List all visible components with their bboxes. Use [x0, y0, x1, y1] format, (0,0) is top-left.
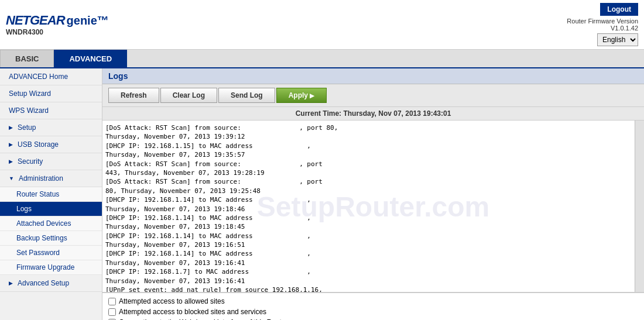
bottom-checkboxes: Attempted access to allowed sites Attemp…: [102, 293, 644, 320]
model-name: WNDR4300: [6, 28, 109, 36]
sidebar-item-attached-devices[interactable]: Attached Devices: [0, 216, 102, 231]
log-scrollbar[interactable]: [635, 121, 644, 292]
checkbox-row-2: Attempted access to blocked sites and se…: [108, 307, 638, 317]
sidebar-item-logs[interactable]: Logs: [0, 202, 102, 216]
sidebar-item-firmware-upgrade[interactable]: Firmware Upgrade: [0, 260, 102, 275]
sidebar-item-security[interactable]: Security: [0, 153, 102, 170]
checkbox-row-1: Attempted access to allowed sites: [108, 296, 638, 307]
sidebar-item-set-password[interactable]: Set Password: [0, 246, 102, 260]
log-textarea[interactable]: [102, 121, 635, 292]
page-title: Logs: [102, 68, 644, 84]
apply-button[interactable]: Apply ▶: [276, 88, 327, 103]
sidebar-item-setup-wizard[interactable]: Setup Wizard: [0, 85, 102, 102]
sidebar-item-router-status[interactable]: Router Status: [0, 187, 102, 202]
header-right: Logout Router Firmware Version V1.0.1.42…: [567, 3, 638, 46]
checkbox-blocked-label: Attempted access to blocked sites and se…: [119, 308, 266, 316]
tab-advanced[interactable]: ADVANCED: [54, 50, 127, 67]
sidebar: ADVANCED Home Setup Wizard WPS Wizard Se…: [0, 68, 102, 320]
firmware-info: Router Firmware Version V1.0.1.42: [567, 18, 638, 32]
netgear-logo: NETGEAR: [6, 13, 65, 28]
sidebar-item-setup[interactable]: Setup: [0, 119, 102, 136]
checkbox-blocked-sites[interactable]: [108, 308, 116, 316]
genie-logo: genie™: [67, 14, 109, 27]
send-log-button[interactable]: Send Log: [218, 88, 275, 103]
tab-basic[interactable]: BASIC: [0, 50, 54, 67]
content-area: Logs Refresh Clear Log Send Log Apply ▶ …: [102, 68, 644, 320]
refresh-button[interactable]: Refresh: [108, 88, 159, 103]
sidebar-item-usb-storage[interactable]: USB Storage: [0, 136, 102, 153]
sidebar-item-wps-wizard[interactable]: WPS Wizard: [0, 102, 102, 119]
sidebar-item-advanced-home[interactable]: ADVANCED Home: [0, 68, 102, 85]
language-select[interactable]: English: [597, 33, 638, 46]
main-layout: ADVANCED Home Setup Wizard WPS Wizard Se…: [0, 68, 644, 320]
sidebar-item-backup-settings[interactable]: Backup Settings: [0, 231, 102, 246]
clear-log-button[interactable]: Clear Log: [160, 88, 217, 103]
sidebar-item-advanced-setup[interactable]: Advanced Setup: [0, 275, 102, 292]
current-time: Current Time: Thursday, Nov 07, 2013 19:…: [102, 107, 644, 121]
tab-bar: BASIC ADVANCED: [0, 50, 644, 68]
logout-button[interactable]: Logout: [600, 3, 638, 16]
header: NETGEAR genie™ WNDR4300 Logout Router Fi…: [0, 0, 644, 50]
logo-area: NETGEAR genie™ WNDR4300: [6, 13, 109, 36]
checkbox-row-3: Connections to the Web-based interface o…: [108, 317, 638, 320]
sidebar-item-administration[interactable]: Administration: [0, 170, 102, 187]
checkbox-allowed-sites[interactable]: [108, 298, 116, 305]
checkbox-allowed-label: Attempted access to allowed sites: [119, 297, 225, 305]
toolbar: Refresh Clear Log Send Log Apply ▶: [102, 84, 644, 107]
